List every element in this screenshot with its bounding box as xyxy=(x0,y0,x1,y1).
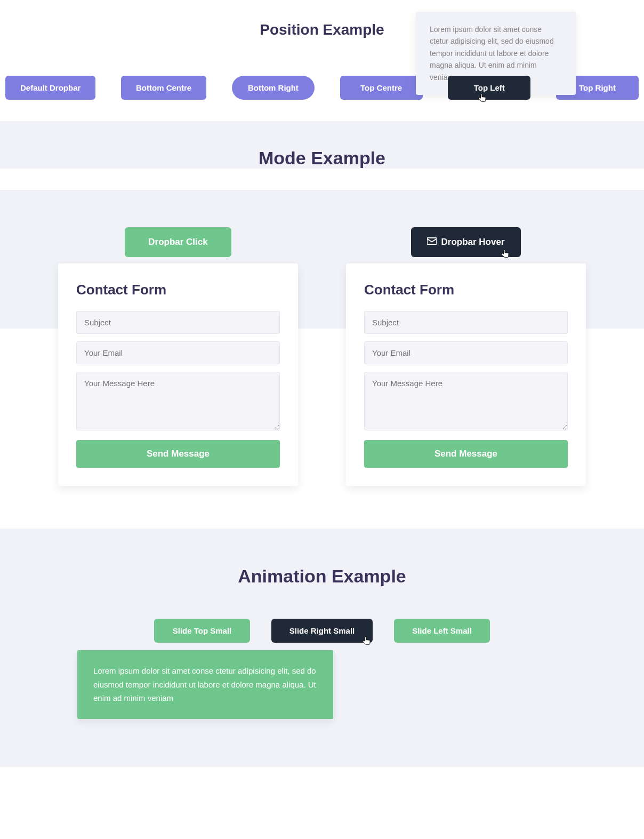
bottom-centre-button[interactable]: Bottom Centre xyxy=(121,76,206,100)
dropbar-hover-label: Dropbar Hover xyxy=(441,237,504,247)
bottom-right-button[interactable]: Bottom Right xyxy=(232,76,315,100)
slide-left-small-button[interactable]: Slide Left Small xyxy=(394,619,490,643)
send-message-button[interactable]: Send Message xyxy=(364,440,568,468)
mail-icon xyxy=(427,237,437,247)
mode-heading: Mode Example xyxy=(0,148,644,169)
top-left-button[interactable]: Top Left xyxy=(448,76,530,100)
mode-content: Dropbar Click Contact Form Send Message … xyxy=(0,190,644,486)
slide-right-small-button[interactable]: Slide Right Small xyxy=(271,619,373,643)
mode-example-section: Mode Example xyxy=(0,121,644,169)
animation-heading: Animation Example xyxy=(0,566,644,587)
dropbar-hover-column: Dropbar Hover Contact Form Send Message xyxy=(346,227,586,486)
animation-drop-panel: Lorem ipsum dolor sit amet conse ctetur … xyxy=(77,650,333,719)
contact-form-card-click: Contact Form Send Message xyxy=(58,263,298,486)
email-input[interactable] xyxy=(76,341,280,364)
message-textarea[interactable] xyxy=(76,372,280,430)
dropbar-hover-button[interactable]: Dropbar Hover xyxy=(411,227,520,257)
contact-form-card-hover: Contact Form Send Message xyxy=(346,263,586,486)
dropbar-click-button[interactable]: Dropbar Click xyxy=(125,227,231,257)
dropbar-click-column: Dropbar Click Contact Form Send Message xyxy=(58,227,298,486)
animation-example-section: Animation Example Slide Top Small Slide … xyxy=(0,529,644,767)
subject-input[interactable] xyxy=(364,311,568,334)
slide-top-small-button[interactable]: Slide Top Small xyxy=(154,619,250,643)
email-input[interactable] xyxy=(364,341,568,364)
send-message-button[interactable]: Send Message xyxy=(76,440,280,468)
animation-button-row: Slide Top Small Slide Right Small Slide … xyxy=(0,619,644,643)
position-example-section: Lorem ipsum dolor sit amet conse ctetur … xyxy=(0,0,644,121)
default-dropbar-button[interactable]: Default Dropbar xyxy=(5,76,95,100)
contact-form-title: Contact Form xyxy=(76,282,280,298)
top-centre-button[interactable]: Top Centre xyxy=(340,76,423,100)
contact-form-title: Contact Form xyxy=(364,282,568,298)
subject-input[interactable] xyxy=(76,311,280,334)
message-textarea[interactable] xyxy=(364,372,568,430)
